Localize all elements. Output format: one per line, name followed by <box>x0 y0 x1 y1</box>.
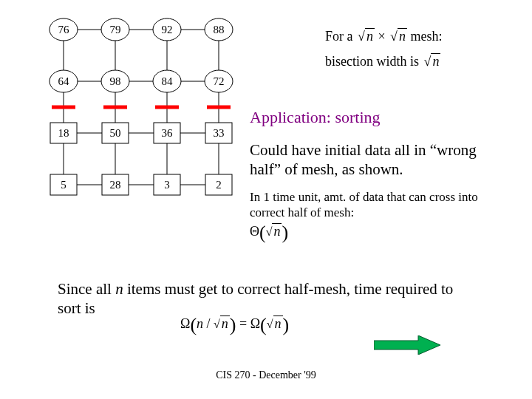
body-text: In 1 time unit, amt. of data that can cr… <box>250 189 510 221</box>
mesh-node-value: 5 <box>61 179 66 191</box>
mesh-grid-figure: 76799288649884721850363352832 <box>41 7 248 214</box>
formula-text: For a <box>325 29 356 44</box>
application-title: Application: sorting <box>250 108 381 127</box>
mesh-node-value: 88 <box>214 24 225 35</box>
mesh-node-value: 84 <box>162 75 174 87</box>
mesh-node-value: 36 <box>162 127 174 139</box>
body-text: Since all n items must get to correct ha… <box>58 279 471 318</box>
mesh-node-value: 76 <box>58 24 70 35</box>
mesh-node-value: 92 <box>162 24 173 35</box>
mesh-formula: For a √n × √n mesh: bisection width is √… <box>325 24 442 74</box>
mesh-node-value: 50 <box>110 127 121 139</box>
formula-text: × <box>375 29 389 44</box>
formula-text: mesh: <box>407 29 443 44</box>
omega-expression: Ω(n / √n) = Ω(√n) <box>180 314 289 336</box>
formula-text: bisection width is <box>325 54 423 69</box>
svg-marker-12 <box>374 335 440 355</box>
mesh-node-value: 28 <box>110 179 121 191</box>
mesh-node-value: 33 <box>214 127 225 139</box>
mesh-node-value: 64 <box>58 75 70 87</box>
mesh-node-value: 3 <box>164 179 170 191</box>
mesh-node-value: 72 <box>214 75 225 87</box>
arrow-icon <box>374 335 440 355</box>
mesh-node-value: 18 <box>58 127 69 139</box>
mesh-node-value: 79 <box>110 24 121 35</box>
mesh-node-value: 98 <box>110 75 121 87</box>
body-text: Could have initial data all in “wrong ha… <box>250 140 510 180</box>
mesh-node-value: 2 <box>216 179 222 191</box>
theta-expression: Θ(√n) <box>250 222 288 244</box>
slide-footer: CIS 270 - December '99 <box>0 369 532 381</box>
